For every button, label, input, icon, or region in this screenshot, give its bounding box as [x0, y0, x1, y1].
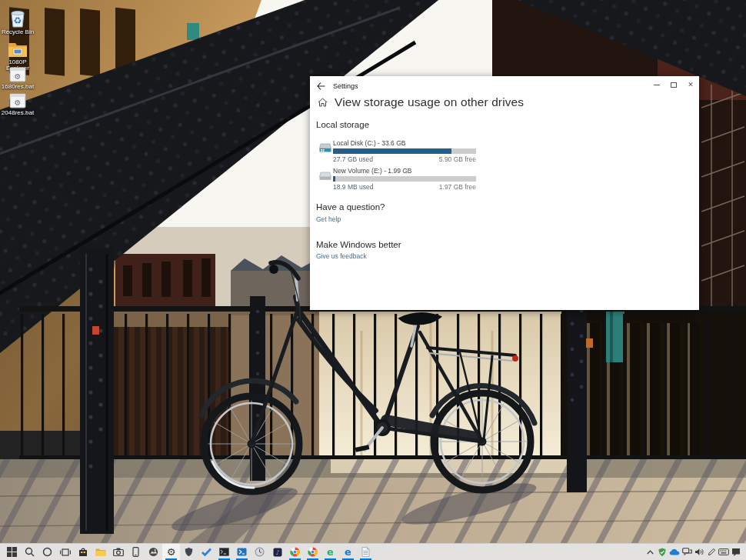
- folder-icon: [8, 40, 28, 58]
- file-explorer-icon: [95, 548, 106, 557]
- onedrive-tray-button[interactable]: [668, 544, 681, 560]
- feedback-hub-tray-button[interactable]: [681, 544, 693, 560]
- checkmark-app-button[interactable]: [198, 544, 215, 560]
- music-app-icon: ♪: [273, 548, 282, 557]
- storage-bar-fill: [333, 148, 451, 154]
- used-label: 27.7 GB used: [333, 155, 373, 163]
- desktop-icon-label: 1680res.bat: [0, 84, 38, 90]
- settings-app-button[interactable]: ⚙: [162, 544, 180, 560]
- back-arrow-icon: [317, 82, 325, 90]
- photos-app-button[interactable]: [145, 544, 162, 560]
- media-app-button[interactable]: ♪: [268, 544, 286, 560]
- windows-logo-icon: [7, 547, 17, 557]
- svg-text:♪: ♪: [275, 549, 279, 556]
- storage-bar-fill: [333, 176, 335, 182]
- desktop-icon-label: Recycle Bin: [0, 29, 38, 35]
- help-heading: Have a question?: [316, 202, 385, 212]
- store-button[interactable]: [74, 544, 92, 560]
- volume-tray-button[interactable]: [693, 544, 705, 560]
- volume-icon: [694, 548, 704, 556]
- drive-name: New Volume (E:) - 1.99 GB: [333, 167, 485, 175]
- edge-button[interactable]: e: [339, 544, 357, 560]
- batch-file-icon: ⚙: [8, 66, 27, 83]
- chrome-2-button[interactable]: [304, 544, 321, 560]
- powershell-icon: [237, 548, 247, 556]
- document-icon: [361, 547, 370, 557]
- command-prompt-button[interactable]: [215, 544, 233, 560]
- desktop-icon-recycle-bin[interactable]: ♻ Recycle Bin: [0, 7, 38, 35]
- storage-bar: [333, 148, 476, 154]
- store-icon: [78, 547, 88, 557]
- back-button[interactable]: [310, 76, 331, 96]
- svg-text:e: e: [345, 547, 351, 557]
- clock-icon: [255, 547, 265, 557]
- minimize-icon: [654, 85, 660, 85]
- feedback-heading: Make Windows better: [316, 240, 401, 249]
- chrome-icon: [290, 547, 300, 557]
- give-feedback-link[interactable]: Give us feedback: [316, 252, 367, 260]
- chrome-icon: [308, 547, 318, 557]
- title-bar[interactable]: Settings ✕: [310, 76, 699, 96]
- defender-app-button[interactable]: [180, 544, 198, 560]
- maximize-button[interactable]: [665, 76, 682, 93]
- cortana-button[interactable]: [38, 544, 56, 560]
- phone-icon: [132, 547, 139, 557]
- search-icon: [25, 547, 35, 557]
- your-phone-button[interactable]: [127, 544, 145, 560]
- task-view-icon: [60, 548, 71, 557]
- photos-icon: [148, 547, 158, 557]
- settings-gear-icon: ⚙: [167, 547, 176, 557]
- page-title: View storage usage on other drives: [335, 95, 524, 109]
- powershell-button[interactable]: [233, 544, 251, 560]
- touch-keyboard-tray-button[interactable]: [718, 544, 730, 560]
- desktop-icon-1680res[interactable]: ⚙ 1680res.bat: [0, 66, 38, 90]
- svg-text:⚙: ⚙: [15, 98, 22, 107]
- svg-text:e: e: [327, 547, 334, 557]
- cortana-icon: [42, 547, 52, 557]
- checkmark-icon: [201, 548, 211, 556]
- file-explorer-button[interactable]: [92, 544, 109, 560]
- document-app-button[interactable]: [357, 544, 375, 560]
- taskbar: ⚙: [0, 543, 746, 560]
- svg-text:⚙: ⚙: [15, 72, 22, 81]
- section-heading: Local storage: [316, 120, 369, 129]
- browser-e-green-button[interactable]: e: [321, 544, 339, 560]
- action-center-icon: [731, 548, 741, 557]
- command-prompt-icon: [219, 548, 229, 556]
- drive-row-e[interactable]: New Volume (E:) - 1.99 GB 18.9 MB used 1…: [316, 167, 485, 191]
- start-button[interactable]: [3, 544, 21, 560]
- hidden-icons-chevron[interactable]: [644, 544, 656, 560]
- desktop-icon-label: 2048res.bat: [0, 110, 38, 116]
- window-title: Settings: [333, 82, 358, 90]
- used-label: 18.9 MB used: [333, 183, 373, 191]
- close-button[interactable]: ✕: [682, 76, 699, 93]
- onedrive-cloud-icon: [669, 548, 680, 555]
- get-help-link[interactable]: Get help: [316, 215, 341, 223]
- desktop-icon-2048res[interactable]: ⚙ 2048res.bat: [0, 92, 38, 116]
- drive-name: Local Disk (C:) - 33.6 GB: [333, 139, 485, 147]
- task-view-button[interactable]: [56, 544, 74, 560]
- pen-tray-button[interactable]: [705, 544, 718, 560]
- feedback-bubbles-icon: [682, 548, 692, 556]
- defender-tray-button[interactable]: [656, 544, 668, 560]
- camera-app-button[interactable]: [109, 544, 127, 560]
- free-label: 5.90 GB free: [439, 155, 476, 163]
- chevron-up-icon: [647, 550, 654, 555]
- svg-text:♻: ♻: [14, 15, 22, 26]
- maximize-icon: [671, 82, 677, 88]
- edge-e-icon: e: [343, 547, 353, 557]
- home-icon: [318, 98, 328, 107]
- drive-row-c[interactable]: Local Disk (C:) - 33.6 GB 27.7 GB used 5…: [316, 139, 485, 163]
- defender-shield-icon: [658, 548, 667, 557]
- action-center-button[interactable]: [730, 544, 742, 560]
- alarms-clock-button[interactable]: [251, 544, 268, 560]
- chrome-button[interactable]: [286, 544, 304, 560]
- minimize-button[interactable]: [648, 76, 665, 93]
- taskbar-search-button[interactable]: [21, 544, 38, 560]
- browser-e-icon: e: [325, 547, 335, 557]
- pen-icon: [708, 548, 716, 556]
- free-label: 1.97 GB free: [439, 183, 476, 191]
- batch-file-icon: ⚙: [8, 92, 27, 109]
- storage-bar: [333, 176, 476, 182]
- system-drive-icon: [318, 142, 331, 154]
